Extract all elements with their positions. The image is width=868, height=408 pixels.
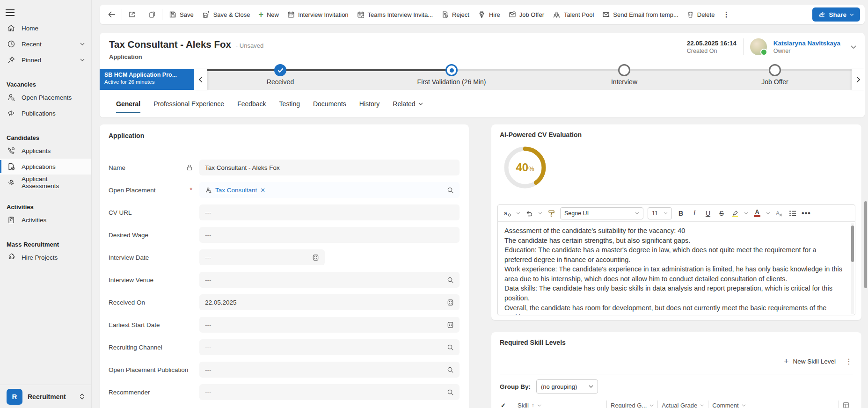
column-header-skill[interactable]: Skill ↑ — [514, 401, 606, 408]
copy-record-icon[interactable] — [145, 7, 160, 22]
tab-documents[interactable]: Documents — [313, 90, 346, 117]
send-email-button[interactable]: Send Email from temp... — [598, 7, 682, 22]
recruiting-channel-input[interactable]: --- — [199, 339, 460, 355]
sidebar-item-applications[interactable]: Applications — [0, 159, 91, 175]
chevron-down-icon[interactable] — [516, 212, 520, 214]
job-offer-button[interactable]: Job Offer — [504, 7, 548, 22]
process-info-box[interactable]: SB HCM Application Pro... Active for 26 … — [100, 69, 194, 90]
open-placement-input[interactable]: Tax Consultant ✕ — [199, 182, 460, 198]
workspace-selector[interactable]: R Recruitment — [0, 385, 91, 408]
save-button[interactable]: Save — [165, 7, 198, 22]
search-icon[interactable] — [447, 366, 454, 373]
sidebar-item-pinned[interactable]: Pinned — [0, 52, 91, 68]
interview-invitation-button[interactable]: Interview Invitation — [283, 7, 353, 22]
bullet-list-button[interactable] — [788, 208, 797, 219]
tab-feedback[interactable]: Feedback — [237, 90, 266, 117]
received-on-input[interactable]: 22.05.2025 — [199, 294, 460, 310]
remove-chip-icon[interactable]: ✕ — [260, 187, 265, 193]
new-skill-level-button[interactable]: + New Skill Level — [784, 357, 836, 365]
column-header-actual-grade[interactable]: Actual Grade — [657, 401, 708, 408]
chevron-down-icon[interactable] — [766, 212, 770, 214]
calendar-icon[interactable] — [447, 299, 454, 306]
more-tools-icon[interactable]: ••• — [802, 208, 811, 219]
chevron-down-icon[interactable] — [537, 404, 541, 407]
page-scrollbar[interactable] — [864, 201, 867, 288]
tab-general[interactable]: General — [116, 90, 140, 117]
back-button[interactable] — [104, 7, 119, 22]
tab-history[interactable]: History — [359, 90, 380, 117]
open-in-new-icon[interactable] — [124, 7, 139, 22]
stage-scroll-left-button[interactable] — [194, 69, 207, 90]
chevron-down-icon[interactable] — [538, 212, 542, 214]
text-language-icon[interactable]: a — [503, 208, 512, 219]
lookup-chip[interactable]: Tax Consultant ✕ — [205, 187, 265, 194]
sidebar-item-recent[interactable]: Recent — [0, 36, 91, 52]
column-header-required-grade[interactable]: Required G... — [606, 401, 657, 408]
recommender-input[interactable]: --- — [199, 384, 460, 400]
chevron-down-icon[interactable] — [80, 58, 85, 61]
chevron-down-icon[interactable] — [851, 45, 856, 49]
skills-more-icon[interactable]: ⋮ — [845, 357, 853, 366]
calendar-icon[interactable] — [447, 321, 454, 328]
calendar-icon[interactable] — [312, 254, 319, 261]
sidebar-item-activities[interactable]: Activities — [0, 212, 91, 228]
chevron-down-icon[interactable] — [742, 404, 746, 407]
interview-date-input[interactable]: --- — [199, 249, 325, 265]
sidebar-item-hire-projects[interactable]: Hire Projects — [0, 249, 91, 265]
stage-scroll-right-button[interactable] — [852, 69, 865, 90]
column-header-comment[interactable]: Comment — [708, 401, 839, 408]
cv-url-input[interactable]: --- — [199, 204, 460, 220]
hire-button[interactable]: Hire — [474, 7, 504, 22]
earliest-start-date-input[interactable]: --- — [199, 317, 460, 333]
hamburger-menu-icon[interactable] — [6, 6, 22, 20]
font-size-select[interactable]: 11 — [648, 207, 672, 219]
open-placement-link[interactable]: Tax Consultant — [215, 187, 257, 194]
name-input[interactable]: Tax Consultant - Aleks Fox — [199, 160, 460, 175]
highlight-button[interactable] — [730, 208, 740, 219]
owner-name-link[interactable]: Katsiaryna Navitskaya — [773, 40, 840, 47]
search-icon[interactable] — [447, 389, 454, 396]
tab-testing[interactable]: Testing — [279, 90, 300, 117]
interview-venue-input[interactable]: --- — [199, 272, 460, 288]
tab-professional-experience[interactable]: Professional Experience — [153, 90, 224, 117]
chevron-down-icon[interactable] — [700, 404, 704, 407]
teams-interview-invitation-button[interactable]: Teams Interview Invita... — [353, 7, 437, 22]
columns-settings-icon[interactable] — [839, 401, 853, 408]
italic-button[interactable]: I — [690, 208, 699, 219]
format-painter-icon[interactable] — [547, 208, 556, 219]
owner-avatar[interactable] — [750, 38, 767, 55]
clear-formatting-button[interactable]: A — [774, 208, 784, 219]
sidebar-item-applicant-assessments[interactable]: Applicant Assessments — [0, 175, 91, 190]
search-icon[interactable] — [447, 277, 454, 284]
underline-button[interactable]: U — [703, 208, 713, 219]
strikethrough-button[interactable]: S — [717, 208, 726, 219]
sidebar-item-open-placements[interactable]: Open Placements — [0, 89, 91, 105]
more-actions-icon[interactable]: ⋮ — [719, 7, 734, 22]
editor-text-area[interactable]: Assessment of the candidate's suitabilit… — [498, 222, 855, 315]
desired-wage-input[interactable]: --- — [199, 227, 460, 243]
font-family-select[interactable]: Segoe UI — [560, 207, 643, 219]
delete-button[interactable]: Delete — [683, 7, 719, 22]
talent-pool-button[interactable]: Talent Pool — [548, 7, 598, 22]
sidebar-item-home[interactable]: Home — [0, 20, 91, 36]
search-icon[interactable] — [447, 187, 454, 194]
sidebar-item-publications[interactable]: Publications — [0, 105, 91, 121]
bold-button[interactable]: B — [676, 208, 686, 219]
workspace-switch-icon[interactable] — [80, 393, 85, 400]
share-button[interactable]: Share — [812, 7, 860, 22]
group-by-select[interactable]: (no grouping) — [536, 379, 598, 393]
open-placement-publication-input[interactable]: --- — [199, 362, 460, 378]
chevron-down-icon[interactable] — [649, 404, 654, 407]
search-icon[interactable] — [447, 344, 454, 351]
select-all-checkbox[interactable]: ✓ — [500, 401, 514, 408]
save-and-close-button[interactable]: Save & Close — [198, 7, 255, 22]
editor-scrollbar[interactable] — [851, 223, 854, 314]
sidebar-item-applicants[interactable]: Applicants — [0, 143, 91, 159]
tab-related[interactable]: Related — [393, 90, 423, 117]
undo-icon[interactable] — [525, 208, 534, 219]
chevron-down-icon[interactable] — [744, 212, 748, 214]
chevron-down-icon[interactable] — [80, 43, 85, 45]
reject-button[interactable]: Reject — [437, 7, 474, 22]
font-color-button[interactable]: A — [752, 208, 762, 219]
new-button[interactable]: + New — [254, 7, 283, 22]
